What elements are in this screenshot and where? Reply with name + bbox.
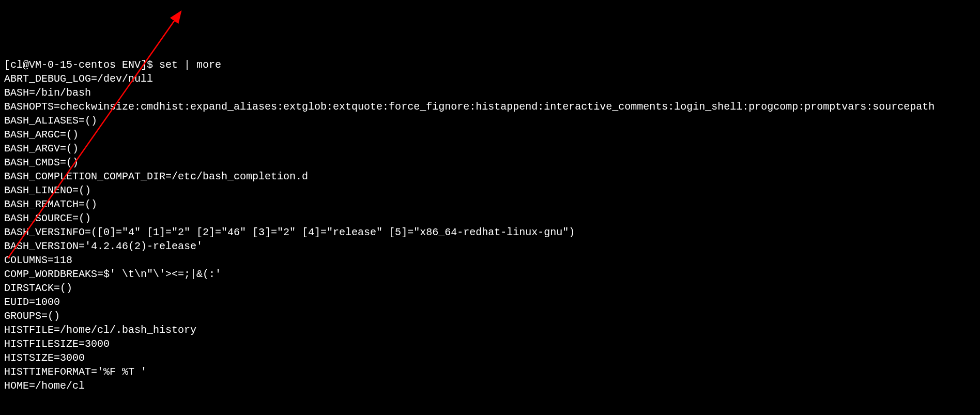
output-line: BASH_ARGC=() <box>4 128 976 142</box>
output-line: BASH_CMDS=() <box>4 156 976 170</box>
entered-command: set | more <box>159 59 221 71</box>
output-line: COLUMNS=118 <box>4 253 976 267</box>
output-line: BASH_ALIASES=() <box>4 114 976 128</box>
output-line: ABRT_DEBUG_LOG=/dev/null <box>4 72 976 86</box>
shell-prompt: [cl@VM-0-15-centos ENV]$ <box>4 59 159 71</box>
output-line: BASH_VERSINFO=([0]="4" [1]="2" [2]="46" … <box>4 225 976 239</box>
output-line: GROUPS=() <box>4 309 976 323</box>
output-line: BASHOPTS=checkwinsize:cmdhist:expand_ali… <box>4 100 976 114</box>
output-line: HISTTIMEFORMAT='%F %T ' <box>4 365 976 379</box>
output-line: BASH_COMPLETION_COMPAT_DIR=/etc/bash_com… <box>4 170 976 183</box>
output-line: BASH_VERSION='4.2.46(2)-release' <box>4 239 976 253</box>
output-line: COMP_WORDBREAKS=$' \t\n"\'><=;|&(:' <box>4 267 976 281</box>
terminal-output[interactable]: [cl@VM-0-15-centos ENV]$ set | moreABRT_… <box>4 58 976 393</box>
output-line: BASH_LINENO=() <box>4 183 976 197</box>
command-line: [cl@VM-0-15-centos ENV]$ set | more <box>4 58 976 72</box>
output-line: BASH_SOURCE=() <box>4 211 976 225</box>
output-line: BASH_ARGV=() <box>4 142 976 156</box>
output-line: HISTFILESIZE=3000 <box>4 337 976 351</box>
output-line: BASH=/bin/bash <box>4 86 976 100</box>
output-line: BASH_REMATCH=() <box>4 197 976 211</box>
output-line: HOME=/home/cl <box>4 379 976 393</box>
output-line: DIRSTACK=() <box>4 281 976 295</box>
output-line: EUID=1000 <box>4 295 976 309</box>
output-line: HISTSIZE=3000 <box>4 351 976 365</box>
output-line: HISTFILE=/home/cl/.bash_history <box>4 323 976 337</box>
